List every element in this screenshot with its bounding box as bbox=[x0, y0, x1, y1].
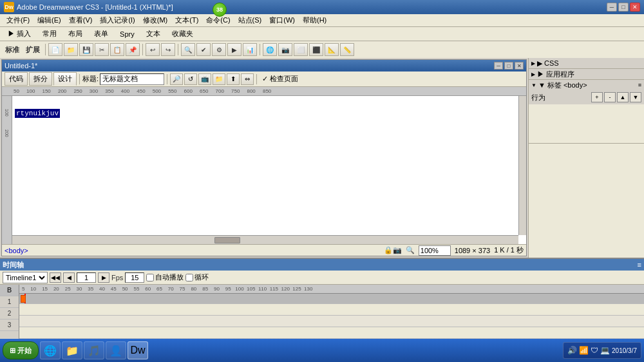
close-button[interactable]: ✕ bbox=[630, 3, 640, 12]
split-mode-button[interactable]: 拆分 bbox=[29, 72, 52, 86]
tb-btn-4[interactable]: ✂ bbox=[95, 43, 109, 56]
design-mode-button[interactable]: 设计 bbox=[53, 72, 77, 86]
loop-checkbox[interactable] bbox=[185, 274, 193, 281]
timeline-rewind-button[interactable]: ◀◀ bbox=[50, 272, 61, 283]
vertical-scrollbar[interactable] bbox=[518, 96, 526, 235]
tb-btn-2[interactable]: 📁 bbox=[64, 43, 78, 56]
menu-site[interactable]: 站点(S) bbox=[234, 14, 266, 26]
css-panel-toggle[interactable]: ▶ ▶ CSS bbox=[529, 58, 644, 68]
doc-toolbar-sep-1 bbox=[79, 74, 80, 84]
tb-btn-17[interactable]: ⬛ bbox=[309, 43, 323, 56]
toolbar-tab-layout[interactable]: 布局 bbox=[63, 28, 88, 40]
taskbar-person-icon[interactable]: 👤 bbox=[106, 341, 126, 359]
autoplay-checkbox[interactable] bbox=[146, 274, 154, 281]
tb-btn-18[interactable]: 📐 bbox=[325, 43, 339, 56]
timeline-frame-marker bbox=[21, 295, 26, 303]
tb-btn-10[interactable]: ✔ bbox=[196, 43, 211, 56]
menu-view[interactable]: 查看(V) bbox=[65, 14, 97, 26]
maximize-button[interactable]: □ bbox=[618, 3, 629, 12]
menu-text[interactable]: 文本(T) bbox=[171, 14, 202, 26]
zoom-label: 🔍 bbox=[406, 246, 415, 254]
refresh-btn[interactable]: ↺ bbox=[184, 73, 197, 85]
fps-input[interactable] bbox=[125, 272, 144, 283]
toolbar-tab-form[interactable]: 表单 bbox=[89, 28, 113, 40]
tb-btn-14[interactable]: 🌐 bbox=[263, 43, 277, 56]
horizontal-scrollbar[interactable] bbox=[12, 235, 518, 244]
menu-bar: 文件(F) 编辑(E) 查看(V) 插入记录(I) 修改(M) 文本(T) 命令… bbox=[0, 14, 644, 27]
tb-btn-5[interactable]: 📋 bbox=[110, 43, 124, 56]
taskbar-folder-icon[interactable]: 📁 bbox=[62, 341, 82, 359]
toolbar-tab-favorites[interactable]: 收藏夹 bbox=[167, 28, 198, 40]
start-button[interactable]: ⊞ 开始 bbox=[3, 341, 39, 359]
toolbar-mode-label-ext: 扩展 bbox=[23, 45, 43, 55]
tb-btn-8[interactable]: ↪ bbox=[161, 43, 175, 56]
taskbar-media-icon[interactable]: 🎵 bbox=[84, 341, 104, 359]
behavior-label: 行为 bbox=[531, 93, 545, 102]
title-bar-text: Adobe Dreamweaver CS3 - [Untitled-1 (XHT… bbox=[17, 3, 173, 11]
tb-btn-19[interactable]: 📏 bbox=[340, 43, 354, 56]
tb-btn-9[interactable]: 🔍 bbox=[181, 43, 195, 56]
doc-close-button[interactable]: ✕ bbox=[515, 62, 524, 70]
add-behavior-button[interactable]: + bbox=[591, 92, 603, 102]
timeline-options-icon[interactable]: ≡ bbox=[638, 261, 641, 269]
upload-btn[interactable]: ⬆ bbox=[227, 73, 240, 85]
file-mgmt-btn[interactable]: 📁 bbox=[213, 73, 225, 85]
taskbar-ie-icon[interactable]: 🌐 bbox=[40, 341, 61, 359]
doc-minimize-button[interactable]: ─ bbox=[494, 62, 503, 70]
toolbar-tab-insert[interactable]: ▶ 插入 bbox=[3, 28, 36, 40]
toolbar-tab-text[interactable]: 文本 bbox=[141, 28, 166, 40]
app-panel-toggle[interactable]: ▶ ▶ 应用程序 bbox=[529, 69, 644, 79]
menu-help[interactable]: 帮助(H) bbox=[299, 14, 330, 26]
expand-btn[interactable]: ⇔ bbox=[241, 73, 254, 85]
tag-panel-section: ▼ ▼ 标签 <body> ≡ 行为 + - ▲ ▼ bbox=[529, 80, 644, 144]
browser-preview-btn[interactable]: 🔎 bbox=[170, 73, 183, 85]
timeline-back-button[interactable]: ◀ bbox=[63, 272, 75, 283]
move-up-button[interactable]: ▲ bbox=[617, 92, 629, 102]
menu-file[interactable]: 文件(F) bbox=[3, 14, 33, 26]
code-mode-button[interactable]: 代码 bbox=[5, 72, 28, 86]
timeline-frame-input[interactable] bbox=[77, 272, 96, 283]
live-view-btn[interactable]: 📺 bbox=[198, 73, 211, 85]
menu-insert[interactable]: 插入记录(I) bbox=[96, 14, 138, 26]
toolbar-tab-common[interactable]: 常用 bbox=[37, 28, 62, 40]
doc-toolbar-sep-2 bbox=[167, 74, 167, 84]
scroll-thumb-h[interactable] bbox=[214, 237, 240, 243]
start-windows-icon: ⊞ bbox=[10, 347, 15, 355]
timeline-name-select[interactable]: Timeline1 bbox=[3, 272, 48, 283]
tb-btn-3[interactable]: 💾 bbox=[79, 43, 93, 56]
zoom-input[interactable] bbox=[419, 245, 451, 256]
remove-behavior-button[interactable]: - bbox=[604, 92, 616, 102]
document-title-input[interactable] bbox=[100, 73, 164, 85]
timeline-forward-button[interactable]: ▶ bbox=[98, 272, 109, 283]
tb-btn-15[interactable]: 📷 bbox=[278, 43, 292, 56]
panel-options-icon[interactable]: ≡ bbox=[638, 82, 641, 88]
menu-window[interactable]: 窗口(W) bbox=[265, 14, 299, 26]
tag-panel-toggle[interactable]: ▼ ▼ 标签 <body> ≡ bbox=[529, 80, 644, 90]
move-down-button[interactable]: ▼ bbox=[630, 92, 641, 102]
tag-panel-label: ▼ 标签 <body> bbox=[538, 81, 587, 90]
taskbar-dw-button[interactable]: Dw bbox=[128, 341, 148, 359]
timeline-toolbar: Timeline1 ◀◀ ◀ ▶ Fps 自动播放 循环 bbox=[0, 271, 644, 285]
ruler-top: 50 100 150 200 250 300 350 400 450 500 5… bbox=[2, 87, 526, 96]
toolbar-tab-spry[interactable]: Spry bbox=[115, 29, 140, 39]
menu-edit[interactable]: 编辑(E) bbox=[33, 14, 65, 26]
minimize-button[interactable]: ─ bbox=[607, 3, 617, 12]
tb-btn-6[interactable]: 📌 bbox=[126, 43, 140, 56]
canvas-content[interactable]: rtynuikjuv bbox=[12, 96, 526, 235]
check-page-label[interactable]: ✓ 检查页面 bbox=[260, 74, 301, 84]
menu-modify[interactable]: 修改(M) bbox=[139, 14, 172, 26]
loop-label[interactable]: 循环 bbox=[185, 272, 209, 282]
autoplay-label[interactable]: 自动播放 bbox=[146, 272, 184, 282]
app-panel-label: ▶ 应用程序 bbox=[537, 70, 574, 79]
timeline-tracks: 5 10 15 20 25 30 35 40 45 50 55 60 65 70… bbox=[19, 285, 644, 341]
document-window: Untitled-1* ─ □ ✕ 代码 拆分 设计 标题: � bbox=[1, 59, 527, 256]
tb-btn-1[interactable]: 📄 bbox=[48, 43, 62, 56]
doc-restore-button[interactable]: □ bbox=[504, 62, 513, 70]
tb-btn-16[interactable]: ⬜ bbox=[294, 43, 308, 56]
doc-toolbar-sep-3 bbox=[256, 74, 257, 84]
app-panel-section: ▶ ▶ 应用程序 bbox=[529, 69, 644, 80]
tb-btn-13[interactable]: 📊 bbox=[243, 43, 257, 56]
tb-btn-7[interactable]: ↩ bbox=[146, 43, 160, 56]
tb-btn-12[interactable]: ▶ bbox=[227, 43, 242, 56]
tb-btn-11[interactable]: ⚙ bbox=[212, 43, 226, 56]
